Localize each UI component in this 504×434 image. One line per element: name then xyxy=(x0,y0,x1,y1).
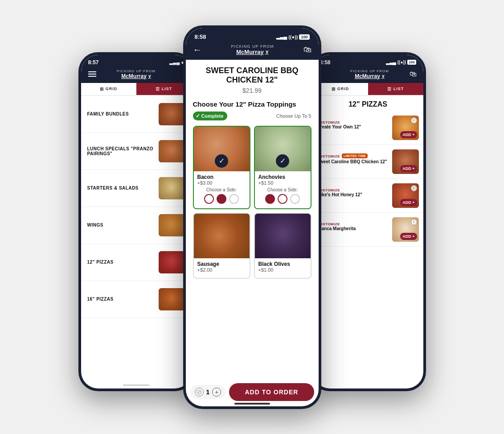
quantity-control: ⊘ 1 + xyxy=(190,385,226,399)
limited-time-badge: LIMITED TIME xyxy=(342,153,368,158)
left-status-icons: ▂▃▄ ● xyxy=(169,59,184,66)
center-location[interactable]: McMurray ∨ xyxy=(231,49,274,55)
topping-olives[interactable]: Black Olives +$1.00 xyxy=(254,213,311,279)
product-price: $21.99 xyxy=(193,87,311,94)
bacon-price: +$3.00 xyxy=(197,180,246,186)
bacon-image: ✓ xyxy=(194,127,250,171)
left-tab-grid[interactable]: ⊞ GRID xyxy=(81,83,136,95)
right-pizza-list: Customize Create Your Own 12" 9 i ADD + xyxy=(313,111,423,389)
anchovies-image: ✓ xyxy=(255,127,311,171)
left-hamburger-icon[interactable] xyxy=(88,70,99,78)
anchovies-name: Anchovies xyxy=(258,174,307,180)
right-section-title: 12" PIZZAS xyxy=(319,100,417,108)
pizza-img-3: i ADD + xyxy=(392,183,419,208)
toppings-section-title: Choose Your 12" Pizza Toppings xyxy=(193,100,311,108)
info-icon-3[interactable]: i xyxy=(411,185,417,191)
list-item[interactable]: WINGS xyxy=(81,207,192,244)
topping-anchovies[interactable]: ✓ Anchovies +$1.50 Choose a Side: xyxy=(254,126,311,209)
complete-badge: ✓ Complete xyxy=(193,112,227,120)
increase-qty-button[interactable]: + xyxy=(212,388,221,397)
add-pizza-1-button[interactable]: ADD + xyxy=(400,131,417,138)
cat-thumb-6 xyxy=(159,288,185,310)
info-icon-4[interactable]: i xyxy=(411,219,417,225)
list-item[interactable]: Customize LIMITED TIME Sweet Caroline BB… xyxy=(313,145,423,179)
topping-bacon[interactable]: ✓ Bacon +$3.00 Choose a Side: xyxy=(193,126,250,209)
left-picking-up: PICKING UP FROM xyxy=(117,69,156,73)
olives-image xyxy=(255,214,311,258)
list-item[interactable]: 12" PIZZAS xyxy=(81,244,192,281)
cat-thumb-2 xyxy=(159,140,185,162)
topping-sausage[interactable]: Sausage +$2.00 xyxy=(193,213,250,279)
pizza-img-2: ADD + xyxy=(392,149,419,174)
quantity-value: 1 xyxy=(206,389,210,396)
bacon-check: ✓ xyxy=(215,154,228,168)
cat-thumb-3 xyxy=(159,177,185,199)
right-time: 8:58 xyxy=(320,59,331,66)
center-phone: 8:58 ▂▃▄ ((●)) 100 ← PICKING UP FROM xyxy=(183,25,321,409)
decrease-qty-button[interactable]: ⊘ xyxy=(195,388,204,397)
anchovies-side-options xyxy=(258,194,307,204)
anchovies-price: +$1.50 xyxy=(258,180,307,186)
left-location[interactable]: McMurray ∨ xyxy=(117,73,156,79)
right-location[interactable]: McMurray ∨ xyxy=(350,73,389,79)
sausage-image xyxy=(194,214,250,258)
list-item[interactable]: STARTERS & SALADS xyxy=(81,170,192,207)
side-right[interactable] xyxy=(229,194,239,204)
bacon-side-options xyxy=(197,194,246,204)
cat-thumb-4 xyxy=(159,214,185,236)
cart-icon[interactable]: 🛍 xyxy=(303,45,311,54)
left-phone: 8:57 ▂▃▄ ● PICKING xyxy=(78,52,194,391)
side-whole[interactable] xyxy=(278,194,287,204)
bacon-name: Bacon xyxy=(197,174,246,180)
list-item[interactable]: Customize Mike's Hot Honey 12" 9 i ADD + xyxy=(313,179,423,213)
center-picking-up: PICKING UP FROM xyxy=(231,44,274,49)
left-tab-bar: ⊞ GRID ☰ LIST xyxy=(81,83,192,96)
list-item[interactable]: 16" PIZZAS xyxy=(81,281,192,318)
bottom-bar: ⊘ 1 + ADD TO ORDER xyxy=(190,383,314,401)
choose-up-to-label: Choose Up To 5 xyxy=(276,113,311,119)
olives-name: Black Olives xyxy=(258,261,307,267)
pizza-img-4: i ADD + xyxy=(392,217,419,242)
left-category-list: FAMILY BUNDLES LUNCH SPECIALS "PRANZO PA… xyxy=(81,96,192,382)
list-item[interactable]: LUNCH SPECIALS "PRANZO PAIRINGS" xyxy=(81,133,192,170)
bacon-side-label: Choose a Side: xyxy=(197,187,246,192)
pizza-img-1: i ADD + xyxy=(392,116,419,140)
cat-thumb-1 xyxy=(159,103,185,125)
right-phone: 8:58 ▂▃▄ ((●)) 100 PICKING UP FROM xyxy=(310,52,426,391)
right-status-icons: ▂▃▄ ((●)) 100 xyxy=(386,60,416,65)
add-pizza-2-button[interactable]: ADD + xyxy=(400,165,417,172)
right-section-title-area: 12" PIZZAS xyxy=(313,96,423,111)
add-pizza-4-button[interactable]: ADD + xyxy=(400,233,417,240)
add-to-order-button[interactable]: ADD TO ORDER xyxy=(229,383,314,401)
toppings-grid: ✓ Bacon +$3.00 Choose a Side: xyxy=(193,126,311,279)
sausage-name: Sausage xyxy=(197,261,246,267)
home-indicator xyxy=(234,403,270,405)
back-button[interactable]: ← xyxy=(193,45,202,55)
side-left[interactable] xyxy=(265,194,275,204)
list-item[interactable]: FAMILY BUNDLES xyxy=(81,96,192,133)
product-title: SWEET CAROLINE BBQ CHICKEN 12" xyxy=(193,66,311,85)
info-icon-1[interactable]: i xyxy=(411,117,417,124)
left-time: 8:57 xyxy=(88,59,99,66)
side-whole[interactable] xyxy=(217,194,226,204)
right-cart-icon[interactable]: 🛍 xyxy=(410,70,417,78)
anchovies-side-label: Choose a Side: xyxy=(258,187,307,192)
list-item[interactable]: Customize Bianca Margherita 9 i ADD + xyxy=(313,213,423,247)
right-picking-up: PICKING UP FROM xyxy=(350,69,389,73)
olives-price: +$1.00 xyxy=(258,267,307,273)
right-tab-bar: ⊞ GRID ☰ LIST xyxy=(313,83,423,96)
anchovies-check: ✓ xyxy=(276,154,289,168)
scroll-indicator xyxy=(123,384,150,386)
sausage-price: +$2.00 xyxy=(197,267,246,273)
center-time: 8:58 xyxy=(195,33,206,40)
list-item[interactable]: Customize Create Your Own 12" 9 i ADD + xyxy=(313,111,423,145)
right-tab-list[interactable]: ☰ LIST xyxy=(368,83,423,95)
side-right[interactable] xyxy=(290,194,300,204)
add-pizza-3-button[interactable]: ADD + xyxy=(400,199,417,206)
cat-thumb-5 xyxy=(159,251,185,273)
center-status-icons: ▂▃▄ ((●)) 100 xyxy=(276,34,309,40)
side-left[interactable] xyxy=(204,194,214,204)
